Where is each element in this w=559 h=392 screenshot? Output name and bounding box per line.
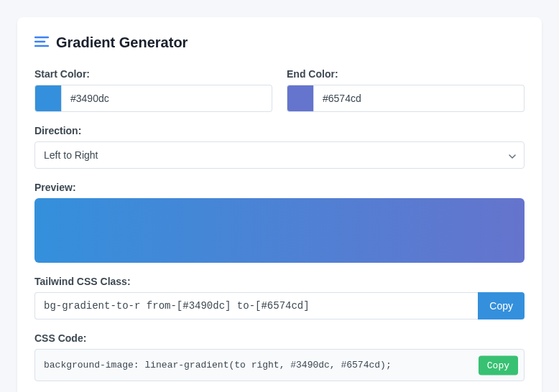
- css-code-block: background-image: linear-gradient(to rig…: [34, 349, 525, 381]
- menu-icon: [34, 35, 49, 50]
- direction-select[interactable]: Left to Right: [34, 141, 525, 169]
- end-color-input[interactable]: [314, 85, 525, 112]
- copy-tailwind-button[interactable]: Copy: [478, 292, 525, 319]
- end-color-swatch[interactable]: [287, 85, 314, 112]
- page-title: Gradient Generator: [56, 34, 188, 51]
- start-color-swatch[interactable]: [34, 85, 62, 112]
- preview-label: Preview:: [34, 182, 525, 193]
- css-code-text: background-image: linear-gradient(to rig…: [44, 360, 392, 370]
- css-label: CSS Code:: [34, 332, 525, 344]
- header: Gradient Generator: [34, 34, 525, 51]
- start-color-label: Start Color:: [34, 68, 272, 80]
- start-color-input-group: [34, 85, 272, 112]
- gradient-generator-card: Gradient Generator Start Color: End Colo…: [17, 17, 542, 392]
- tailwind-class-input[interactable]: [34, 292, 478, 319]
- direction-label: Direction:: [34, 125, 525, 136]
- gradient-preview: [34, 198, 525, 263]
- end-color-input-group: [287, 85, 525, 112]
- copy-css-button[interactable]: Copy: [479, 355, 518, 375]
- start-color-input[interactable]: [62, 85, 272, 112]
- tailwind-label: Tailwind CSS Class:: [34, 276, 525, 287]
- end-color-label: End Color:: [287, 68, 525, 80]
